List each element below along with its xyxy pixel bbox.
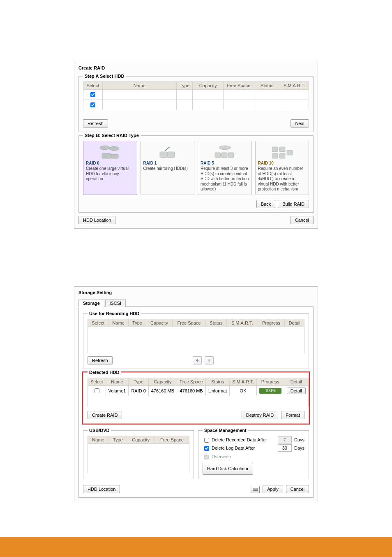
hdd-smart: OK — [280, 90, 309, 100]
col-freespace[interactable]: Free Space — [173, 319, 206, 327]
hdd-status: Normal — [254, 90, 280, 100]
col-progress[interactable]: Progress — [256, 378, 284, 386]
col-status[interactable]: Status — [254, 82, 280, 90]
col-type[interactable]: Type — [129, 319, 146, 327]
col-name[interactable]: Name — [102, 82, 176, 90]
col-select[interactable]: Select — [88, 319, 108, 327]
hdd-name: SATA-1:WD10EALX-559BA0 — [102, 90, 176, 100]
col-type[interactable]: Type — [129, 378, 148, 386]
refresh-button[interactable]: Refresh — [88, 356, 113, 364]
apply-button[interactable]: Apply — [263, 485, 283, 493]
detected-legend: Detected HDD — [88, 370, 121, 375]
hdd-location-button[interactable]: HDD Location — [78, 216, 115, 224]
empty-row — [88, 327, 304, 353]
col-smart[interactable]: S.M.A.R.T. — [226, 319, 258, 327]
progress-badge: 100% — [259, 388, 281, 394]
col-smart[interactable]: S.M.A.R.T. — [230, 378, 257, 386]
destroy-raid-button[interactable]: Destroy RAID — [242, 411, 278, 419]
tab-iscsi[interactable]: iSCSI — [105, 299, 126, 307]
arrow-down-icon — [207, 358, 211, 362]
svg-point-1 — [109, 146, 119, 151]
detail-button[interactable]: Detail — [287, 388, 306, 394]
col-detail[interactable]: Detail — [285, 319, 304, 327]
empty-row — [88, 443, 189, 473]
col-type[interactable]: Type — [176, 82, 193, 90]
raid-option-raid1[interactable]: RAID 1 Create mirroring HDD(s) — [141, 141, 195, 195]
tab-body: Use for Recording HDD Select Name Type C… — [78, 306, 314, 498]
col-capacity[interactable]: Capacity — [193, 82, 223, 90]
col-freespace[interactable]: Free Space — [223, 82, 254, 90]
tab-strip: Storage iSCSI — [78, 297, 314, 307]
svg-rect-2 — [102, 153, 111, 158]
build-raid-button[interactable]: Build RAID — [278, 200, 309, 208]
hard-disk-calculator-button[interactable]: Hard Disk Calculator — [203, 463, 253, 475]
space-legend: Space Management — [203, 428, 248, 433]
raid-desc: Create mirroring HDD(s) — [143, 166, 192, 172]
raid-option-raid0[interactable]: RAID 0 Create one large virtual HDD for … — [83, 141, 137, 195]
hdd-capacity: 953869 MB — [193, 90, 223, 100]
detected-row[interactable]: Volume1 RAID 0 476160 MB 476160 MB Unfor… — [88, 386, 309, 396]
col-progress[interactable]: Progress — [258, 319, 285, 327]
refresh-button[interactable]: Refresh — [83, 119, 108, 128]
svg-rect-13 — [279, 153, 285, 158]
delete-log-checkbox[interactable] — [204, 446, 209, 451]
back-button[interactable]: Back — [256, 200, 275, 208]
hdd-row[interactable]: SATA-2:ST3250312CS N/A 238475 MB 12223 M… — [83, 100, 309, 110]
det-capacity: 476160 MB — [148, 386, 177, 396]
hdd-status: Unformat — [254, 100, 280, 110]
svg-rect-4 — [160, 152, 167, 158]
hdd-select-checkbox[interactable] — [90, 92, 95, 97]
col-name[interactable]: Name — [88, 436, 109, 443]
raid-option-raid10[interactable]: RAID 10 Require an even number of HDD(s)… — [255, 141, 309, 195]
col-type[interactable]: Type — [109, 436, 127, 443]
keyboard-icon[interactable]: ⌨ — [251, 486, 260, 493]
svg-point-9 — [219, 146, 231, 150]
move-up-button[interactable] — [193, 356, 202, 364]
delete-recorded-days-input[interactable] — [278, 436, 292, 443]
overwrite-label: Overwrite — [212, 454, 231, 459]
hdd-free: 12223 MB — [223, 100, 254, 110]
col-detail[interactable]: Detail — [284, 378, 308, 386]
move-down-button[interactable] — [205, 356, 214, 364]
col-name[interactable]: Name — [106, 378, 129, 386]
col-name[interactable]: Name — [108, 319, 129, 327]
col-smart[interactable]: S.M.A.R.T. — [280, 82, 309, 90]
svg-rect-12 — [272, 153, 278, 158]
col-capacity[interactable]: Capacity — [127, 436, 154, 443]
step-a-legend: Step A Select HDD — [83, 74, 126, 79]
svg-rect-8 — [228, 153, 234, 158]
create-raid-button[interactable]: Create RAID — [88, 411, 122, 419]
detected-select-checkbox[interactable] — [95, 388, 99, 393]
raid-thumb-icon — [201, 144, 249, 160]
col-capacity[interactable]: Capacity — [148, 378, 177, 386]
cancel-button[interactable]: Cancel — [286, 485, 309, 493]
delete-recorded-checkbox[interactable] — [204, 438, 209, 443]
overwrite-checkbox[interactable] — [204, 455, 209, 460]
col-freespace[interactable]: Free Space — [154, 436, 189, 443]
raid-desc: Create one large virtual HDD for efficie… — [86, 166, 134, 182]
format-button[interactable]: Format — [281, 411, 304, 419]
svg-rect-7 — [221, 153, 227, 158]
cancel-button[interactable]: Cancel — [291, 216, 314, 224]
det-smart: OK — [230, 386, 257, 396]
svg-rect-6 — [215, 153, 221, 158]
col-capacity[interactable]: Capacity — [146, 319, 172, 327]
col-select[interactable]: Select — [88, 378, 106, 386]
hdd-select-checkbox[interactable] — [90, 102, 95, 107]
raid-option-raid5[interactable]: RAID 5 Require at least 3 or more HDD(s)… — [198, 141, 252, 195]
det-type: RAID 0 — [129, 386, 148, 396]
col-status[interactable]: Status — [205, 319, 226, 327]
tab-storage[interactable]: Storage — [78, 299, 104, 307]
hdd-location-button[interactable]: HDD Location — [83, 485, 120, 493]
col-select[interactable]: Select — [83, 82, 103, 90]
delete-log-days-input[interactable] — [278, 444, 292, 452]
step-a-fieldset: Step A Select HDD Select Name Type Capac… — [78, 76, 314, 132]
col-freespace[interactable]: Free Space — [177, 378, 206, 386]
raid-thumb-icon — [258, 144, 307, 160]
col-status[interactable]: Status — [206, 378, 230, 386]
step-b-fieldset: Step B: Select RAID Type — [78, 135, 314, 213]
usb-table: Name Type Capacity Free Space — [88, 436, 189, 473]
hdd-row[interactable]: SATA-1:WD10EALX-559BA0 N/A 953869 MB 785… — [83, 90, 309, 100]
next-button[interactable]: Next — [291, 119, 309, 128]
det-status: Unformat — [206, 386, 230, 396]
